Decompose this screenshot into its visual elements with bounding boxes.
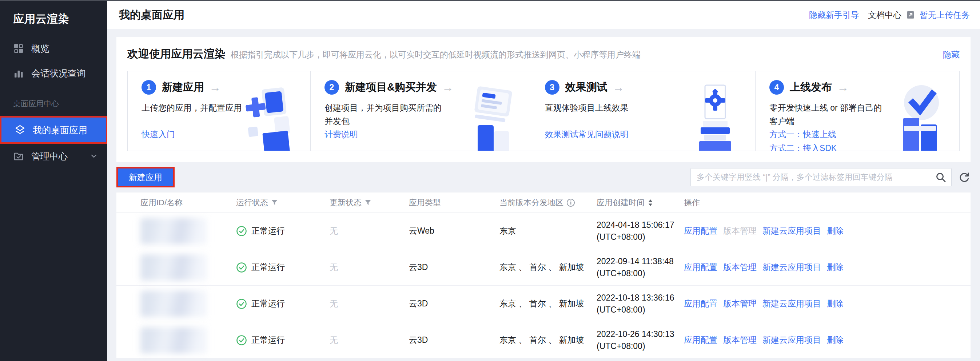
- arrow-right-icon: →: [442, 81, 453, 93]
- step-card-create-project: 2 新建项目&购买并发 → 创建项目，并为项目购买所需的并发包 计费说明: [311, 72, 531, 151]
- create-app-button[interactable]: 新建应用: [118, 169, 173, 186]
- step-description: 直观体验项目上线效果: [545, 101, 671, 129]
- content-area: 欢迎使用应用云渲染 根据指引完成以下几步，即可将应用云化，以可实时交互的低延时视…: [107, 29, 980, 361]
- regions: 东京 、 首尔 、 新加坡: [500, 262, 597, 273]
- app-type: 云3D: [409, 262, 500, 273]
- app-window: 应用云渲染 概览 会话状况查询 桌面应用中心 我的桌: [0, 0, 980, 361]
- step-illustration-create-app: [239, 81, 301, 151]
- step-card-launch: 4 上线发布 → 零开发快速上线 or 部署自己的客户端 方式一：快速上线 方式…: [756, 72, 959, 151]
- action-app-config[interactable]: 应用配置: [684, 262, 718, 273]
- arrow-right-icon: →: [612, 81, 624, 93]
- run-status: 正常运行: [251, 298, 285, 309]
- doc-center-link[interactable]: 文档中心: [868, 10, 901, 21]
- onboarding-steps: 1 新建应用 → 上传您的应用，并配置应用 快速入门: [127, 71, 959, 151]
- step-description: 创建项目，并为项目购买所需的并发包: [325, 101, 448, 129]
- table-row: 正常运行 无 云3D 东京 、 首尔 、 新加坡 2022-09-14 11:3…: [116, 249, 970, 286]
- action-delete[interactable]: 删除: [827, 225, 843, 237]
- sidebar-nav: 概览 会话状况查询 桌面应用中心 我的桌面应用: [0, 36, 107, 169]
- column-header: 操作: [684, 197, 700, 208]
- sidebar-item-label: 会话状况查询: [31, 67, 86, 80]
- sidebar-item-label: 我的桌面应用: [33, 124, 87, 136]
- apps-table: 应用ID/名称 运行状态 更新状态 应用类型 当前版本分发地区 应用创建时间 操…: [116, 192, 970, 358]
- sidebar-item-overview[interactable]: 概览: [0, 36, 107, 61]
- action-app-config[interactable]: 应用配置: [684, 334, 718, 346]
- step-number-badge: 3: [545, 80, 560, 95]
- hide-guide-link[interactable]: 隐藏新手引导: [809, 10, 859, 21]
- chevron-down-icon: [90, 152, 98, 160]
- app-id-redacted: [140, 291, 207, 317]
- step-title: 新建项目&购买并发: [345, 80, 437, 95]
- table-header: 应用ID/名称 运行状态 更新状态 应用类型 当前版本分发地区 应用创建时间 操…: [116, 192, 970, 213]
- action-delete[interactable]: 删除: [827, 262, 843, 273]
- sidebar-item-management-center[interactable]: 管理中心: [0, 144, 107, 169]
- sort-icon[interactable]: [648, 199, 653, 207]
- step-number-badge: 4: [769, 80, 784, 95]
- run-status: 正常运行: [251, 225, 285, 237]
- action-app-config[interactable]: 应用配置: [684, 225, 718, 237]
- row-actions: 应用配置 版本管理 新建云应用项目 删除: [684, 298, 959, 309]
- action-version-management[interactable]: 版本管理: [723, 262, 757, 273]
- step-title: 上线发布: [790, 80, 832, 95]
- action-new-cloud-project[interactable]: 新建云应用项目: [762, 334, 821, 346]
- app-id-redacted: [140, 218, 207, 244]
- annotation-box-sidebar: 我的桌面应用: [0, 116, 107, 144]
- upload-tasks-link[interactable]: 暂无上传任务: [920, 10, 970, 21]
- action-version-management[interactable]: 版本管理: [723, 298, 757, 309]
- search-icon[interactable]: [935, 172, 947, 184]
- arrow-right-icon: →: [209, 81, 221, 93]
- run-status: 正常运行: [251, 334, 285, 346]
- search-input[interactable]: [690, 168, 951, 186]
- check-circle-icon: [236, 226, 247, 237]
- column-header: 应用创建时间: [597, 197, 644, 208]
- hide-banner-link[interactable]: 隐藏: [943, 49, 959, 60]
- step-card-effect-test: 3 效果测试 → 直观体验项目上线效果 效果测试常见问题说明: [531, 72, 756, 151]
- regions: 东京 、 首尔 、 新加坡: [500, 298, 597, 309]
- created-time: 2022-10-26 14:30:13(UTC+08:00): [597, 328, 684, 352]
- action-delete[interactable]: 删除: [827, 298, 843, 309]
- app-id-redacted: [140, 254, 207, 281]
- step-title: 新建应用: [162, 80, 204, 95]
- column-header: 当前版本分发地区: [500, 197, 563, 208]
- header-links: 隐藏新手引导 文档中心 暂无上传任务: [809, 10, 970, 21]
- refresh-icon[interactable]: [958, 171, 970, 183]
- created-time: 2024-04-18 15:06:17(UTC+08:00): [597, 219, 684, 243]
- info-circle-icon[interactable]: [566, 198, 575, 207]
- app-title: 应用云渲染: [0, 1, 107, 36]
- check-circle-icon: [236, 298, 247, 309]
- step-description: 零开发快速上线 or 部署自己的客户端: [769, 101, 883, 129]
- column-header: 运行状态: [236, 197, 268, 208]
- update-status: 无: [329, 298, 409, 309]
- table-row: 正常运行 无 云Web 东京 2024-04-18 15:06:17(UTC+0…: [116, 213, 970, 249]
- sidebar-item-session-status[interactable]: 会话状况查询: [0, 61, 107, 86]
- filter-icon[interactable]: [364, 199, 371, 206]
- grid-icon: [13, 43, 24, 54]
- filter-icon[interactable]: [271, 199, 278, 206]
- welcome-banner: 欢迎使用应用云渲染 根据指引完成以下几步，即可将应用云化，以可实时交互的低延时视…: [116, 37, 970, 162]
- table-row: 正常运行 无 云3D 东京 、 首尔 、 新加坡 2022-10-18 13:3…: [116, 286, 970, 322]
- action-new-cloud-project[interactable]: 新建云应用项目: [762, 262, 821, 273]
- external-link-icon: [906, 10, 915, 20]
- app-type: 云3D: [409, 298, 500, 309]
- action-app-config[interactable]: 应用配置: [684, 298, 718, 309]
- action-version-management[interactable]: 版本管理: [723, 225, 757, 237]
- app-type: 云3D: [409, 334, 500, 346]
- step-illustration-create-project: [460, 81, 521, 151]
- page-title: 我的桌面应用: [119, 8, 185, 22]
- update-status: 无: [329, 262, 409, 273]
- sidebar-item-label: 管理中心: [31, 150, 68, 162]
- step-title: 效果测试: [565, 80, 608, 95]
- folder-check-icon: [13, 151, 24, 162]
- action-delete[interactable]: 删除: [827, 334, 843, 346]
- main-area: 我的桌面应用 隐藏新手引导 文档中心 暂无上传任务 欢迎使用应用云渲染 根据指引…: [107, 1, 980, 361]
- sidebar-item-label: 概览: [31, 43, 49, 54]
- action-new-cloud-project[interactable]: 新建云应用项目: [762, 298, 821, 309]
- step-card-create-app: 1 新建应用 → 上传您的应用，并配置应用 快速入门: [128, 72, 311, 151]
- table-toolbar: 新建应用: [116, 167, 970, 188]
- action-new-cloud-project[interactable]: 新建云应用项目: [762, 225, 821, 237]
- arrow-right-icon: →: [837, 81, 849, 93]
- run-status: 正常运行: [251, 262, 285, 273]
- sidebar-item-my-desktop-apps[interactable]: 我的桌面应用: [2, 118, 106, 142]
- update-status: 无: [329, 334, 409, 346]
- action-version-management[interactable]: 版本管理: [723, 334, 757, 346]
- regions: 东京 、 首尔 、 新加坡: [500, 334, 597, 346]
